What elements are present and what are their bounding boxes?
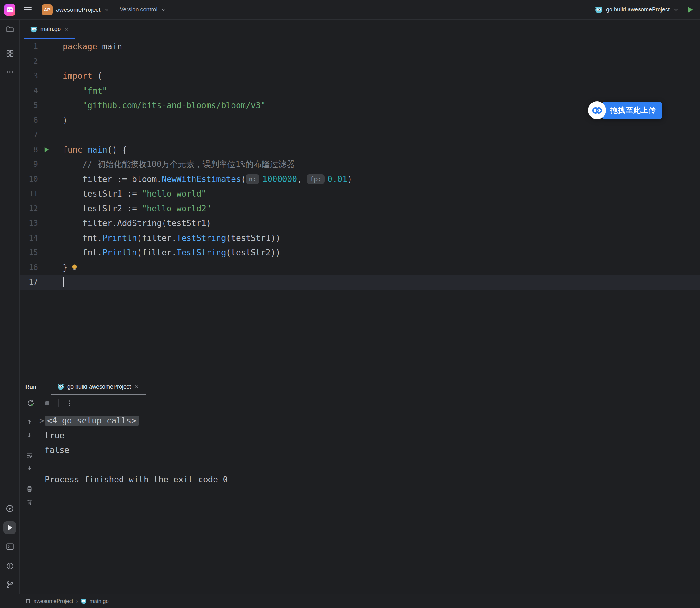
line-number: 4 bbox=[20, 87, 38, 95]
code-text[interactable]: "fmt" bbox=[63, 83, 107, 98]
scroll-to-end-button[interactable] bbox=[24, 463, 35, 474]
code-editor[interactable]: 1package main23import (4 "fmt"5 "github.… bbox=[20, 39, 700, 379]
code-line-3[interactable]: 3import ( bbox=[20, 69, 700, 83]
code-text[interactable]: testStr1 := "hello world" bbox=[63, 186, 206, 201]
gutter[interactable]: 14 bbox=[20, 233, 63, 243]
clear-all-button[interactable] bbox=[24, 497, 35, 508]
code-line-11[interactable]: 11 testStr1 := "hello world" bbox=[20, 186, 700, 201]
gutter[interactable]: 2 bbox=[20, 57, 63, 66]
drag-upload-widget[interactable]: 拖拽至此上传 bbox=[588, 101, 662, 119]
code-line-2[interactable]: 2 bbox=[20, 54, 700, 69]
code-token-def: ( bbox=[241, 172, 246, 187]
code-text[interactable]: } bbox=[63, 260, 78, 275]
code-token-kw: import bbox=[63, 69, 92, 83]
gutter[interactable]: 11 bbox=[20, 189, 63, 198]
code-text[interactable]: testStr2 := "hello world2" bbox=[63, 201, 211, 216]
gutter[interactable]: 13 bbox=[20, 219, 63, 228]
toolbar-separator bbox=[58, 399, 59, 407]
cloud-drive-icon bbox=[591, 106, 603, 115]
code-token-def: fmt. bbox=[63, 231, 102, 246]
gutter[interactable]: 1 bbox=[20, 42, 63, 51]
version-control-widget[interactable]: Version control bbox=[120, 6, 166, 13]
code-line-9[interactable]: 9 // 初始化能接收100万个元素，误判率位1%的布隆过滤器 bbox=[20, 157, 700, 172]
go-file-icon bbox=[81, 598, 87, 604]
stripe-item-run[interactable] bbox=[3, 521, 16, 534]
code-line-1[interactable]: 1package main bbox=[20, 39, 700, 54]
code-token-def: fmt. bbox=[63, 245, 102, 260]
console-command-chip[interactable]: <4 go setup calls> bbox=[45, 416, 139, 426]
code-token-fn: TestString bbox=[176, 245, 226, 260]
editor-tab-main-go[interactable]: main.go bbox=[24, 20, 75, 39]
code-line-12[interactable]: 12 testStr2 := "hello world2" bbox=[20, 201, 700, 216]
stripe-item-terminal[interactable] bbox=[3, 540, 16, 553]
stop-button[interactable] bbox=[42, 398, 53, 408]
more-horizontal-icon bbox=[6, 68, 14, 76]
gutter[interactable]: 9 bbox=[20, 160, 63, 169]
gutter[interactable]: 6 bbox=[20, 116, 63, 125]
gutter[interactable]: 7 bbox=[20, 130, 63, 139]
code-text[interactable]: "github.com/bits-and-blooms/bloom/v3" bbox=[63, 98, 266, 113]
gutter[interactable]: 8 bbox=[20, 145, 63, 154]
gutter[interactable]: 15 bbox=[20, 248, 63, 257]
soft-wrap-button[interactable] bbox=[24, 450, 35, 461]
code-text[interactable]: filter.AddString(testStr1) bbox=[63, 216, 211, 231]
code-text[interactable]: fmt.Println(filter.TestString(testStr2)) bbox=[63, 245, 280, 260]
gutter[interactable]: 17 bbox=[20, 278, 63, 286]
stripe-item-more[interactable] bbox=[3, 65, 16, 78]
code-line-14[interactable]: 14 fmt.Println(filter.TestString(testStr… bbox=[20, 231, 700, 246]
run-gutter-icon[interactable] bbox=[38, 146, 63, 153]
breadcrumb-file[interactable]: main.go bbox=[90, 598, 109, 605]
more-options-button[interactable] bbox=[64, 398, 75, 408]
code-token-def bbox=[63, 98, 82, 113]
code-text[interactable] bbox=[63, 277, 63, 287]
code-line-10[interactable]: 10 filter := bloom.NewWithEstimates(n:10… bbox=[20, 172, 700, 187]
line-number: 11 bbox=[20, 189, 38, 198]
code-text[interactable]: filter := bloom.NewWithEstimates(n:10000… bbox=[63, 172, 352, 187]
code-line-13[interactable]: 13 filter.AddString(testStr1) bbox=[20, 216, 700, 231]
run-button[interactable] bbox=[686, 6, 694, 14]
run-panel-tab[interactable]: go build awesomeProject bbox=[51, 379, 145, 395]
line-number: 8 bbox=[20, 145, 38, 154]
gutter[interactable]: 12 bbox=[20, 204, 63, 213]
scroll-up-button[interactable] bbox=[24, 417, 35, 427]
code-token-str: "fmt" bbox=[82, 83, 107, 98]
gutter[interactable]: 16 bbox=[20, 263, 63, 272]
folder-icon bbox=[6, 25, 14, 34]
gutter[interactable]: 5 bbox=[20, 101, 63, 110]
stripe-item-structure[interactable] bbox=[3, 47, 16, 59]
main-menu-button[interactable] bbox=[24, 6, 32, 14]
code-line-16[interactable]: 16} bbox=[20, 260, 700, 275]
code-line-7[interactable]: 7 bbox=[20, 128, 700, 142]
code-line-4[interactable]: 4 "fmt" bbox=[20, 83, 700, 98]
intention-bulb-icon[interactable] bbox=[71, 264, 78, 271]
code-text[interactable]: func main() { bbox=[63, 142, 127, 157]
stripe-item-problems[interactable] bbox=[3, 559, 16, 572]
breadcrumb-project[interactable]: awesomeProject bbox=[34, 598, 73, 605]
run-configuration-selector[interactable]: go build awesomeProject bbox=[595, 6, 679, 14]
gutter[interactable]: 10 bbox=[20, 175, 63, 184]
code-text[interactable]: import ( bbox=[63, 69, 102, 83]
code-text[interactable]: package main bbox=[63, 39, 122, 54]
code-token-def: , bbox=[297, 172, 307, 187]
code-line-8[interactable]: 8func main() { bbox=[20, 142, 700, 157]
close-tab-icon[interactable] bbox=[64, 26, 69, 32]
code-text[interactable]: ) bbox=[63, 113, 68, 128]
scroll-down-button[interactable] bbox=[24, 430, 35, 441]
app-logo-icon[interactable] bbox=[4, 4, 16, 16]
code-text[interactable]: fmt.Println(filter.TestString(testStr1)) bbox=[63, 231, 280, 246]
close-tab-icon[interactable] bbox=[134, 384, 139, 389]
print-button[interactable] bbox=[24, 483, 35, 494]
gutter[interactable]: 4 bbox=[20, 87, 63, 95]
project-widget[interactable]: AP awesomeProject bbox=[42, 4, 110, 15]
run-panel-tab-label: go build awesomeProject bbox=[67, 384, 131, 390]
code-line-17[interactable]: 17 bbox=[20, 275, 700, 290]
code-text[interactable]: // 初始化能接收100万个元素，误判率位1%的布隆过滤器 bbox=[63, 157, 295, 172]
gutter[interactable]: 3 bbox=[20, 72, 63, 80]
line-number: 2 bbox=[20, 57, 38, 66]
terminal-icon bbox=[6, 543, 14, 551]
rerun-button[interactable] bbox=[25, 398, 36, 408]
stripe-item-version-control[interactable] bbox=[3, 578, 16, 591]
stripe-item-services[interactable] bbox=[3, 502, 16, 515]
stripe-item-project[interactable] bbox=[3, 23, 16, 35]
code-line-15[interactable]: 15 fmt.Println(filter.TestString(testStr… bbox=[20, 245, 700, 260]
